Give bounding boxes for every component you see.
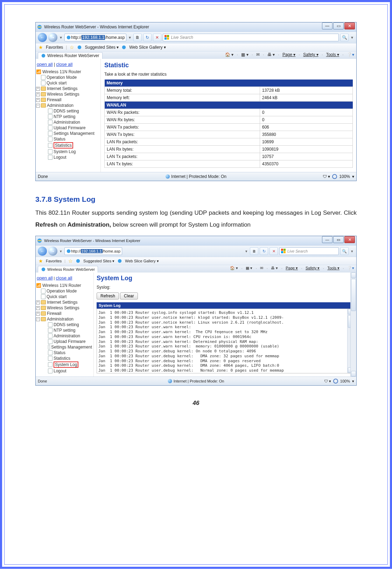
search-dropdown[interactable]: ▾ [350,248,354,254]
zoom-value[interactable]: 100% [340,379,350,383]
add-fav-icon[interactable]: ☆ [68,258,73,264]
tree-item[interactable]: −Administration [36,103,99,108]
collapse-icon[interactable]: − [36,104,40,108]
page-menu[interactable]: Page ▾ [286,266,298,270]
tree-item[interactable]: Status [36,136,99,142]
tree-item[interactable]: +Firewall [36,97,99,103]
print-icon[interactable]: 🖶 ▾ [271,266,278,270]
tree-item[interactable]: Quick start [36,294,92,299]
forward-button[interactable]: → [48,247,57,256]
zoom-icon[interactable] [332,174,337,179]
tree-item[interactable]: −Administration [36,316,92,322]
tree-item[interactable]: Logout [36,154,99,160]
recent-pages-dropdown[interactable]: ▾ [59,34,63,41]
url-field[interactable]: http://192.168.1.1/home.asp [64,247,122,255]
tree-item[interactable]: +Wireless Settings [36,305,92,311]
search-field[interactable]: Live Search [279,247,339,255]
tree-item[interactable]: Logout [36,368,92,374]
refresh-button[interactable]: ↻ [260,247,268,255]
home-icon[interactable]: 🏠 ▾ [225,52,233,57]
tree-item[interactable]: Status [36,350,92,356]
close-button[interactable]: ✕ [344,22,355,29]
syslog-textarea[interactable]: Jan 1 00:00:23 Router syslog.info syslog… [97,309,354,373]
compat-button[interactable]: 🗎 [133,34,142,41]
maximize-button[interactable]: ▭ [333,22,344,29]
tools-menu[interactable]: Tools ▾ [327,266,340,270]
open-all-link[interactable]: open all [37,275,53,281]
refresh-button[interactable]: Refresh [97,292,119,299]
clear-button[interactable]: Clear [120,292,138,299]
close-all-link[interactable]: close all [56,62,72,67]
mail-icon[interactable]: ✉ [256,52,260,57]
tree-item[interactable]: Operation Mode [36,288,92,294]
close-all-link[interactable]: close all [56,275,72,281]
minimize-button[interactable]: — [322,22,332,29]
feeds-icon[interactable]: ▦ ▾ [246,266,252,270]
expand-icon[interactable]: + [36,92,40,96]
url-field[interactable]: http://192.168.1.1/home.asp [64,34,126,41]
tree-item[interactable]: +Internet Settings [36,86,99,91]
tree-item[interactable]: Operation Mode [36,75,99,80]
refresh-button[interactable]: ↻ [143,34,152,41]
mail-icon[interactable]: ✉ [260,266,263,270]
stop-button[interactable]: ✕ [153,34,161,41]
back-button[interactable]: ← [38,247,47,256]
home-icon[interactable]: 🏠 ▾ [230,266,238,270]
protected-mode-icon[interactable]: 🛡 ▾ [323,174,330,179]
expand-icon[interactable]: + [36,98,40,102]
tree-item-system-log[interactable]: System Log [36,361,92,368]
print-icon[interactable]: 🖶 ▾ [267,52,275,57]
help-icon[interactable]: ❔▾ [347,266,354,270]
open-all-link[interactable]: open all [37,62,53,67]
forward-button[interactable]: → [48,33,57,42]
tree-item[interactable]: Settings Management [36,131,99,136]
tree-item[interactable]: System Log [36,149,99,154]
tree-item[interactable]: Administration [36,119,99,125]
tree-root[interactable]: 📶Wireless 11N Router [36,283,92,288]
web-slice-link[interactable]: Web Slice Gallery ▾ [129,45,166,50]
scroll-down-button[interactable] [351,371,356,377]
zoom-dropdown[interactable]: ▾ [352,379,354,384]
tree-item[interactable]: Settings Management [36,344,92,350]
add-fav-icon[interactable]: ☆ [70,44,74,50]
zoom-dropdown[interactable]: ▾ [352,174,354,179]
page-menu[interactable]: Page ▾ [282,52,295,57]
suggested-sites-link[interactable]: Suggested Sites ▾ [83,259,114,263]
favorites-label[interactable]: Favorites [46,45,63,50]
recent-pages-dropdown[interactable]: ▾ [59,248,63,254]
titlebar[interactable]: Wireless Router WebServer - Windows Inte… [36,236,356,245]
url-dropdown[interactable]: ▾ [244,248,248,254]
tree-item[interactable]: Upload Firmware [36,339,92,344]
tree-item[interactable]: Upload Firmware [36,125,99,131]
tools-menu[interactable]: Tools ▾ [326,52,339,57]
stop-button[interactable]: ✕ [270,247,278,255]
help-icon[interactable]: ❔▾ [347,52,354,57]
titlebar[interactable]: Wireless Router WebServer - Windows Inte… [36,22,356,32]
zoom-icon[interactable] [333,379,338,384]
search-go-button[interactable]: 🔍 [340,247,349,255]
page-scrollbar[interactable] [350,273,356,377]
search-go-button[interactable]: 🔍 [340,34,349,41]
tree-item[interactable]: NTP setting [36,114,99,119]
tree-item[interactable]: +Internet Settings [36,299,92,305]
favorites-star-icon[interactable]: ★ [38,258,43,264]
favorites-star-icon[interactable]: ★ [38,44,43,50]
tree-item[interactable]: +Wireless Settings [36,91,99,97]
tree-root[interactable]: 📶Wireless 11N Router [36,69,99,75]
safety-menu[interactable]: Safety ▾ [306,266,320,270]
minimize-button[interactable]: — [322,236,332,243]
browser-tab[interactable]: Wireless Router WebServer [38,52,103,59]
scroll-up-button[interactable] [351,273,356,278]
protected-mode-icon[interactable]: 🛡 ▾ [324,379,331,384]
tree-item[interactable]: NTP setting [36,328,92,333]
search-field[interactable]: Live Search [163,34,339,41]
tree-item[interactable]: Quick start [36,80,99,86]
web-slice-link[interactable]: Web Slice Gallery ▾ [125,259,159,263]
tree-item[interactable]: +Firewall [36,311,92,316]
tree-item[interactable]: Administration [36,333,92,339]
safety-menu[interactable]: Safety ▾ [303,52,318,57]
search-dropdown[interactable]: ▾ [350,34,354,41]
suggested-sites-link[interactable]: Suggested Sites ▾ [85,45,119,50]
scroll-thumb[interactable] [351,279,356,311]
maximize-button[interactable]: ▭ [333,236,344,243]
